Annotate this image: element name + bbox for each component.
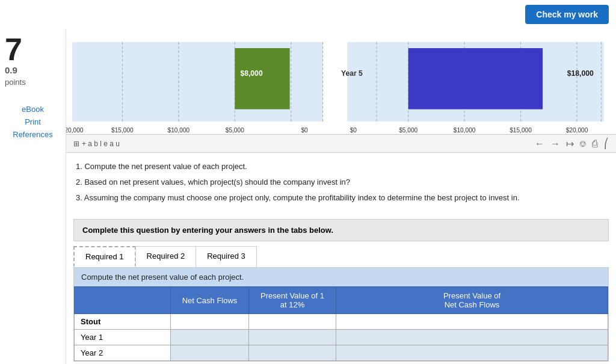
complete-box-text: Complete this question by entering your … [82,226,333,235]
svg-text:Year 5: Year 5 [341,69,363,78]
svg-text:$10,000: $10,000 [454,127,476,134]
table-row-stout: Stout [75,314,608,330]
points-value: 0.9 [5,65,61,75]
col-header-pvncf: Present Value ofNet Cash Flows [336,287,608,314]
year2-pv1-input-cell[interactable] [249,345,336,361]
instructions: 1. Compute the net present value of each… [66,153,616,214]
tab-instruction: Compute the net present value of each pr… [74,268,608,286]
main-layout: 7 0.9 points eBook Print References [0,29,616,364]
nav-forward-icon[interactable]: → [550,138,560,149]
year1-ncf-input-cell[interactable] [171,330,249,345]
year2-pvncf-input-cell[interactable] [336,345,608,361]
instruction-1: 1. Compute the net present value of each… [76,160,606,173]
col-header-net-cash-flows: Net Cash Flows [171,287,249,314]
check-my-work-button[interactable]: Check my work [525,5,609,24]
stout-pv1-input[interactable] [255,317,330,326]
tableau-bar: ⊞ + a b l e a u ← → ↦ ⎊ ⎙ ⎛ [66,134,616,153]
svg-text:$20,000: $20,000 [566,127,588,134]
nav-share-icon[interactable]: ⎊ [580,138,586,149]
svg-text:$8,000: $8,000 [240,69,262,78]
year1-label: Year 1 [75,330,171,345]
content-panel: $8,000 $18,000 Year 5 $20,000 $15,000 $1… [66,29,616,364]
year2-pv1-input[interactable] [255,348,330,357]
year1-pvncf-input[interactable] [342,333,602,342]
chart-svg: $8,000 $18,000 Year 5 $20,000 $15,000 $1… [66,34,616,134]
svg-text:$0: $0 [301,127,308,134]
year2-pvncf-input[interactable] [342,348,602,357]
year2-ncf-input[interactable] [177,348,242,357]
tabs-container: Required 1 Required 2 Required 3 [73,246,609,267]
tab-required-3[interactable]: Required 3 [196,246,257,267]
left-panel: 7 0.9 points eBook Print References [0,29,66,364]
stout-pvncf-input[interactable] [342,317,602,326]
print-link[interactable]: Print [5,117,61,126]
year1-pv1-input-cell[interactable] [249,330,336,345]
tableau-icon: ⊞ [73,140,79,148]
table-row-year1: Year 1 [75,330,608,345]
nav-first-icon[interactable]: ↦ [566,138,574,149]
svg-text:$5,000: $5,000 [399,127,417,134]
chart-area: $8,000 $18,000 Year 5 $20,000 $15,000 $1… [66,29,616,134]
stout-pvncf-input-cell[interactable] [336,314,608,330]
tableau-logo: ⊞ + a b l e a u [73,140,120,148]
svg-text:$15,000: $15,000 [510,127,532,134]
svg-text:$10,000: $10,000 [168,127,190,134]
nav-download-icon[interactable]: ⎙ [592,138,598,149]
svg-text:$15,000: $15,000 [111,127,134,134]
tableau-nav[interactable]: ← → ↦ ⎊ ⎙ ⎛ [535,138,609,149]
col-header-pv1: Present Value of 1at 12% [249,287,336,314]
svg-text:$20,000: $20,000 [66,127,84,134]
references-link[interactable]: References [5,130,61,139]
stout-ncf-input-cell[interactable] [171,314,249,330]
svg-rect-15 [408,48,543,110]
tab-content: Compute the net present value of each pr… [73,267,609,362]
points-label: points [5,78,61,87]
col-header-label [75,287,171,314]
svg-text:$18,000: $18,000 [567,69,594,78]
stout-label: Stout [75,314,171,330]
ebook-link[interactable]: eBook [5,105,61,114]
year1-ncf-input[interactable] [177,333,242,342]
svg-rect-13 [235,48,289,110]
year1-pvncf-input-cell[interactable] [336,330,608,345]
nav-back-icon[interactable]: ← [535,138,544,149]
svg-text:$5,000: $5,000 [226,127,244,134]
data-table: Net Cash Flows Present Value of 1at 12% … [74,286,608,361]
instruction-3: 3. Assuming the company must choose one … [76,191,606,205]
year1-pv1-input[interactable] [255,333,330,342]
top-bar: Check my work [0,0,616,29]
table-row-year2: Year 2 [75,345,608,361]
nav-expand-icon[interactable]: ⎛ [604,138,609,149]
tab-required-1[interactable]: Required 1 [73,246,136,267]
instruction-2: 2. Based on net present values, which pr… [76,176,606,189]
svg-text:$0: $0 [350,127,357,134]
tab-required-2[interactable]: Required 2 [135,246,197,267]
complete-box: Complete this question by entering your … [73,219,609,241]
question-number: 7 [5,34,61,65]
left-links: eBook Print References [5,105,61,139]
stout-pv1-input-cell[interactable] [249,314,336,330]
stout-ncf-input[interactable] [177,317,242,326]
year2-ncf-input-cell[interactable] [171,345,249,361]
year2-label: Year 2 [75,345,171,361]
tableau-text: + a b l e a u [82,140,120,148]
